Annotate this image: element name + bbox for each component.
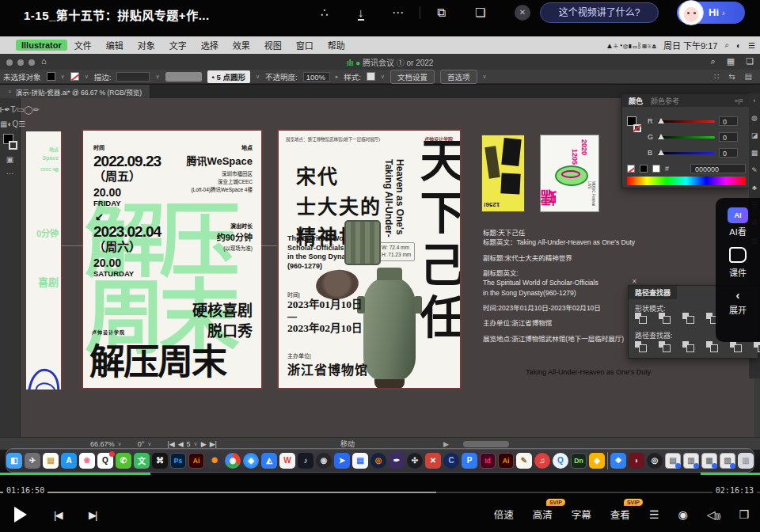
brush-select[interactable]: • 5 点圆形	[207, 70, 250, 83]
bronze-vessel-image[interactable]	[344, 220, 381, 265]
document-setup-button[interactable]: 文档设置	[390, 70, 435, 84]
pencil-tool[interactable]: ✏	[33, 105, 40, 114]
pathfinder-tab[interactable]: 路径查找器	[629, 286, 677, 299]
tab-color-guide[interactable]: 颜色参考	[651, 96, 679, 106]
spotlight-icon[interactable]: ⌕	[724, 40, 729, 50]
hex-input[interactable]: 000000	[690, 164, 746, 173]
g-slider[interactable]	[658, 136, 715, 139]
home-icon[interactable]: ⌂	[41, 56, 47, 66]
reference-poster-yellow[interactable]: 1256!	[481, 135, 525, 212]
dock-aperture[interactable]: ✣	[407, 453, 423, 469]
dock-target[interactable]: ◎	[370, 453, 386, 469]
rotation-select[interactable]: 0°∨	[138, 440, 152, 448]
dock-pen[interactable]: ✒	[389, 453, 405, 469]
artboard-poster-museum[interactable]: 展览地点：浙江博物馆武林馆(地下一层临时展厅) 卢帅设计学院 宋代 士大夫的 精…	[277, 129, 462, 390]
dock-appstore[interactable]: A	[61, 453, 77, 469]
fill-swatch[interactable]	[47, 72, 55, 81]
next-artboard-icon[interactable]: ▶	[201, 440, 207, 448]
ellipse-tool[interactable]: ◯	[25, 105, 33, 114]
notification-icon[interactable]: ☰	[748, 41, 755, 50]
panel-close-icon[interactable]: ✕	[632, 278, 637, 285]
tab-close-icon[interactable]: ×	[8, 88, 12, 95]
speed-button[interactable]: 倍速	[494, 507, 514, 522]
courseware-button[interactable]: 课件	[716, 247, 760, 279]
dock-chrome[interactable]: ◉	[225, 453, 241, 469]
spectrum-bar[interactable]	[627, 177, 746, 185]
zoom-select[interactable]: 66.67%∨	[90, 440, 122, 448]
swap-icon[interactable]: ⇆	[728, 72, 735, 81]
arrange-docs-icon[interactable]: ▦	[727, 56, 735, 66]
fullscreen-icon[interactable]: ❒	[739, 508, 749, 521]
fill-stroke-indicator[interactable]	[3, 134, 17, 150]
variable-width-button[interactable]	[165, 72, 202, 82]
ai-question-input[interactable]: 这个视频讲了什么?	[540, 2, 659, 23]
dock-illustrator[interactable]: Ai	[188, 453, 204, 469]
panel-menu-icon[interactable]: »|≡	[735, 97, 743, 104]
dock-xmind[interactable]: ✕	[425, 453, 441, 469]
mountain-icon[interactable]: ▲	[606, 41, 614, 50]
dock-obs[interactable]: ◎	[647, 453, 663, 469]
divide-button[interactable]	[635, 341, 648, 352]
workspace-switcher-icon[interactable]: ❏	[746, 56, 754, 66]
dock-douyin[interactable]: ♪	[298, 453, 314, 469]
next-button[interactable]: ▶|	[89, 509, 96, 521]
minus-front-button[interactable]	[659, 313, 672, 324]
tab-color[interactable]: 颜色	[629, 96, 643, 106]
b-value[interactable]: 0	[719, 148, 738, 158]
dock-doc-pen[interactable]: ✎	[516, 453, 532, 469]
dock-photos[interactable]: ❀	[79, 453, 95, 469]
dock-window-2[interactable]: ▥	[683, 453, 699, 469]
bronze-vase-image[interactable]	[363, 277, 416, 382]
dock-lanhu[interactable]: ◭	[261, 453, 277, 469]
app-menu-illustrator[interactable]: Illustrator	[16, 40, 67, 51]
dock-photoshop[interactable]: Ps	[170, 453, 186, 469]
panel-icon[interactable]: ▤	[745, 72, 752, 81]
menu-item[interactable]: 文字	[162, 41, 194, 51]
artboard-partial-poster[interactable]: 地点 Space CEEC 4楼 0分钟 喜剧	[26, 131, 63, 390]
menu-item[interactable]: 选择	[194, 41, 226, 51]
share-icon[interactable]: ∴	[321, 6, 329, 20]
menu-item[interactable]: 窗口	[289, 41, 321, 51]
dock-quicktime[interactable]: Q	[553, 453, 568, 469]
brushes-icon[interactable]: ✎	[751, 166, 758, 174]
intersect-button[interactable]	[682, 313, 696, 324]
view-button[interactable]: SVIP 查看	[610, 507, 630, 522]
rectangle-tool[interactable]: ▭	[17, 105, 24, 114]
dock-input[interactable]: 文	[134, 453, 150, 469]
quality-button[interactable]: SVIP 高清	[533, 507, 553, 522]
menu-item[interactable]: 视图	[257, 41, 289, 51]
unite-button[interactable]	[635, 313, 648, 324]
white-swatch[interactable]	[652, 165, 660, 173]
trim-button[interactable]	[659, 341, 672, 352]
dock-dimension[interactable]: Dn	[571, 453, 587, 469]
gradient-icon[interactable]: ◪	[751, 131, 758, 139]
ai-watch-button[interactable]: AI AI看	[716, 207, 760, 238]
search-icon[interactable]: ⌕	[711, 56, 716, 66]
preferences-button[interactable]: 首选项	[440, 70, 477, 84]
dock-safari[interactable]: ◈	[243, 453, 259, 469]
horizontal-scrollbar[interactable]	[463, 441, 509, 447]
dock-qq[interactable]: Q	[97, 453, 113, 469]
merge-button[interactable]	[682, 341, 696, 352]
blend-tool[interactable]: ☰	[18, 120, 25, 128]
floating-caption[interactable]: Taking All-Under-Heaven as One's Duty	[526, 368, 651, 376]
window-minimize-button[interactable]	[17, 59, 24, 66]
previous-button[interactable]: |◀	[54, 509, 61, 521]
reference-poster-magenta[interactable]: 2020 1205 MUSIC Festival LIVE 蠕	[540, 135, 599, 212]
arrange-icon[interactable]: ∷	[714, 72, 719, 81]
none-swatch[interactable]	[627, 165, 635, 173]
window-close-button[interactable]	[6, 59, 13, 66]
first-artboard-icon[interactable]: |◀	[167, 440, 174, 448]
dock-launchpad[interactable]: ✈	[25, 453, 40, 469]
eject-icon[interactable]: ⏏	[652, 41, 656, 50]
dock-wheel[interactable]: ◉	[316, 453, 332, 469]
dock-wps[interactable]: W	[279, 453, 295, 469]
dock-window-4[interactable]: ▧	[720, 453, 735, 469]
dock-notes[interactable]: ▤	[43, 453, 59, 469]
g-value[interactable]: 0	[719, 132, 738, 142]
dock-p-app[interactable]: P	[462, 453, 477, 469]
close-icon[interactable]: ✕	[515, 5, 530, 21]
dock-illustrator-2[interactable]: Ai	[498, 453, 514, 469]
r-value[interactable]: 0	[719, 116, 738, 126]
dock-blender[interactable]: ✺	[207, 453, 222, 469]
